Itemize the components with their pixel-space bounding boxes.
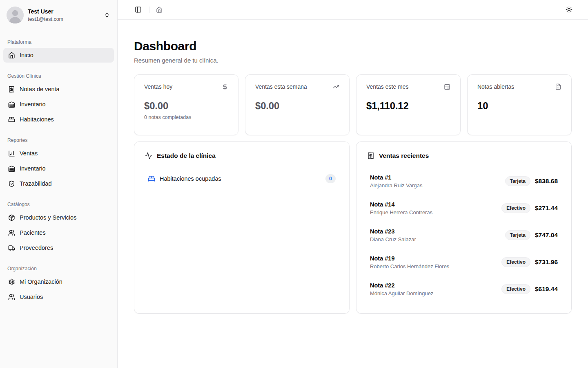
sale-note: Nota #14 [370,201,432,208]
sidebar-item-habitaciones[interactable]: Habitaciones [3,112,114,127]
warehouse-icon [8,101,15,108]
sale-customer: Diana Cruz Salazar [370,236,416,242]
panels-row: Estado de la clínica Habitaciones ocupad… [134,141,572,314]
panel-title: Ventas recientes [379,152,429,159]
section-label: Reportes [3,137,114,143]
sidebar-item-pacientes[interactable]: Pacientes [3,225,114,240]
sale-amount: $731.96 [535,258,558,266]
sidebar-item-label: Notas de venta [20,86,60,92]
payment-method-badge: Efectivo [501,203,530,213]
page-title: Dashboard [134,39,572,53]
home-breadcrumb-button[interactable] [153,4,165,16]
users-icon [8,229,15,236]
stat-label: Notas abiertas [477,83,514,90]
home-icon [8,52,15,59]
shield-check-icon [8,180,15,187]
sidebar-item-label: Productos y Servicios [20,214,76,221]
sale-amount: $838.68 [535,177,558,185]
sidebar-item-label: Inventario [20,101,46,108]
sale-row: Nota #19 Roberto Carlos Hernández Flores… [370,253,558,271]
stat-label: Ventas este mes [366,83,409,90]
sidebar-item-label: Inventario [20,165,46,172]
topbar [118,0,588,20]
sidebar-item-mi-organizacion[interactable]: Mi Organización [3,274,114,289]
page-subtitle: Resumen general de tu clínica. [134,57,572,64]
sale-customer: Mónica Aguilar Domínguez [370,290,433,296]
dashboard-content: Dashboard Resumen general de tu clínica.… [118,20,588,314]
sidebar-item-productos-y-servicios[interactable]: Productos y Servicios [3,210,114,225]
user-menu-button[interactable]: Test User test1@test.com [3,3,114,27]
home-icon [156,7,163,13]
gear-icon [8,278,15,285]
sidebar-item-label: Proveedores [20,245,53,251]
sidebar-item-proveedores[interactable]: Proveedores [3,240,114,255]
stat-label: Ventas esta semana [255,83,307,90]
recent-sales-list: Nota #1 Alejandra Ruiz Vargas Tarjeta $8… [367,172,561,298]
sale-row: Nota #14 Enrique Herrera Contreras Efect… [370,199,558,217]
dollar-icon [222,83,228,90]
sale-note: Nota #19 [370,255,449,262]
sidebar-item-inventario-reporte[interactable]: Inventario [3,161,114,176]
sale-row: Nota #1 Alejandra Ruiz Vargas Tarjeta $8… [370,172,558,190]
stat-label: Ventas hoy [144,83,172,90]
sidebar: Test User test1@test.com Plataforma Inic… [0,0,118,368]
sidebar-item-label: Habitaciones [20,116,54,123]
count-badge: 0 [325,174,336,183]
recent-sales-panel: Ventas recientes Nota #1 Alejandra Ruiz … [356,141,572,314]
section-label: Organización [3,266,114,272]
users-icon [8,294,15,301]
main-area: Dashboard Resumen general de tu clínica.… [118,0,588,368]
sidebar-item-usuarios[interactable]: Usuarios [3,289,114,304]
sidebar-section-reportes: Reportes Ventas Inventario Trazabilidad [0,137,117,191]
topbar-divider [149,7,149,13]
section-label: Plataforma [3,39,114,45]
sidebar-section-gestion-clinica: Gestión Clínica Notas de venta Inventari… [0,73,117,127]
sidebar-item-label: Inicio [20,52,33,58]
trending-up-icon [333,83,339,90]
stat-value: $0.00 [255,100,339,112]
activity-icon [145,152,152,159]
sale-customer: Roberto Carlos Hernández Flores [370,263,449,269]
section-label: Catálogos [3,202,114,207]
bed-icon [148,175,155,182]
stat-value: $1,110.12 [366,100,450,112]
sidebar-section-plataforma: Plataforma Inicio [0,39,117,63]
sale-customer: Alejandra Ruiz Vargas [370,182,422,188]
sale-note: Nota #23 [370,228,416,235]
receipt-icon [367,152,374,159]
truck-icon [8,245,15,251]
bar-chart-icon [8,150,15,157]
stat-card-ventas-mes: Ventas este mes $1,110.12 [356,74,461,135]
section-label: Gestión Clínica [3,73,114,79]
sidebar-section-organizacion: Organización Mi Organización Usuarios [0,266,117,305]
user-email: test1@test.com [28,16,100,22]
sale-customer: Enrique Herrera Contreras [370,209,432,215]
sidebar-section-catalogos: Catálogos Productos y Servicios Paciente… [0,202,117,256]
receipt-icon [8,86,15,93]
sale-row: Nota #23 Diana Cruz Salazar Tarjeta $747… [370,226,558,244]
sidebar-item-label: Ventas [20,150,38,157]
sale-amount: $747.04 [535,231,558,239]
sidebar-item-notas-de-venta[interactable]: Notas de venta [3,82,114,96]
panel-title: Estado de la clínica [157,152,216,159]
package-icon [8,214,15,221]
sidebar-item-label: Pacientes [20,229,46,236]
clinic-status-panel: Estado de la clínica Habitaciones ocupad… [134,141,350,314]
payment-method-badge: Tarjeta [505,176,530,186]
payment-method-badge: Efectivo [501,257,530,267]
stat-cards-row: Ventas hoy $0.00 0 notas completadas Ven… [134,74,572,135]
avatar [7,7,24,24]
sun-icon [566,6,572,13]
sidebar-item-inventario[interactable]: Inventario [3,97,114,112]
sidebar-item-inicio[interactable]: Inicio [3,48,114,63]
sidebar-item-trazabilidad[interactable]: Trazabilidad [3,176,114,191]
stat-card-ventas-hoy: Ventas hoy $0.00 0 notas completadas [134,74,238,135]
user-name: Test User [28,8,100,16]
sidebar-item-ventas[interactable]: Ventas [3,146,114,161]
warehouse-icon [8,165,15,172]
theme-toggle-button[interactable] [563,4,575,16]
stat-value: $0.00 [144,100,228,112]
stat-subtext: 0 notas completadas [144,114,228,120]
payment-method-badge: Efectivo [501,284,530,294]
sale-amount: $271.44 [535,204,558,212]
